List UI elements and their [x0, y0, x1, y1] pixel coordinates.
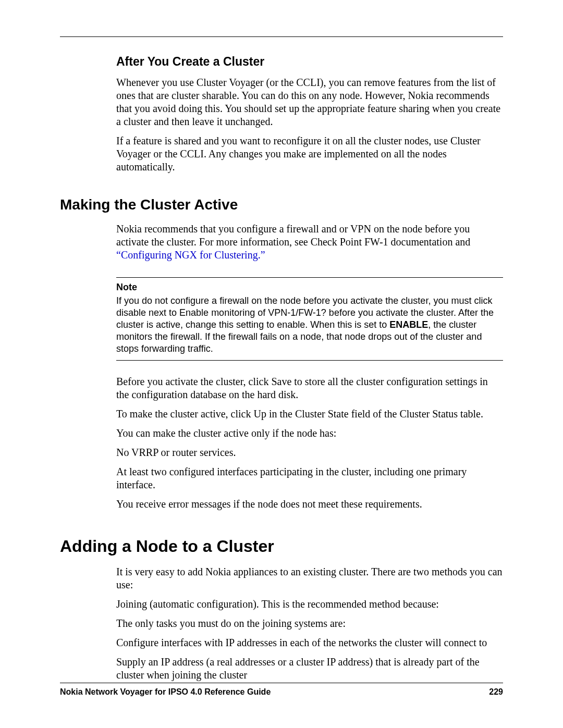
note-label: Note — [116, 282, 503, 293]
section-making-active: Making the Cluster Active Nokia recommen… — [60, 196, 503, 511]
para-after-1: Whenever you use Cluster Voyager (or the… — [116, 76, 503, 128]
bullet-add-1-1: The only tasks you must do on the joinin… — [116, 617, 503, 630]
para-active-5: You receive error messages if the node d… — [116, 498, 503, 511]
para-active-2: Before you activate the cluster, click S… — [116, 375, 503, 401]
note-strong-enable: ENABLE — [389, 319, 428, 330]
note-block: Note If you do not configure a firewall … — [116, 277, 503, 361]
section-adding-node-body: It is very easy to add Nokia appliances … — [116, 565, 503, 682]
footer: Nokia Network Voyager for IPSO 4.0 Refer… — [60, 683, 503, 697]
section-after-create: After You Create a Cluster Whenever you … — [116, 55, 503, 174]
bullet-add-1-1-1: Configure interfaces with IP addresses i… — [116, 636, 503, 649]
content-area: After You Create a Cluster Whenever you … — [60, 55, 503, 688]
heading-after-create: After You Create a Cluster — [116, 55, 503, 69]
para-active-1: Nokia recommends that you configure a fi… — [116, 223, 503, 262]
bullet-active-1: No VRRP or router services. — [116, 446, 503, 459]
footer-page-number: 229 — [489, 687, 503, 697]
footer-rule — [60, 683, 503, 683]
section-making-active-body: Nokia recommends that you configure a fi… — [116, 223, 503, 511]
top-rule — [60, 36, 503, 37]
note-text: If you do not configure a firewall on th… — [116, 295, 503, 355]
heading-adding-node: Adding a Node to a Cluster — [60, 537, 503, 556]
heading-making-active: Making the Cluster Active — [60, 196, 503, 213]
bullet-add-1: Joining (automatic configuration). This … — [116, 598, 503, 611]
para-after-2: If a feature is shared and you want to r… — [116, 134, 503, 174]
link-configuring-ngx[interactable]: “Configuring NGX for Clustering.” — [116, 249, 265, 261]
para-active-3: To make the cluster active, click Up in … — [116, 408, 503, 421]
section-adding-node: Adding a Node to a Cluster It is very ea… — [60, 537, 503, 682]
para-active-4: You can make the cluster active only if … — [116, 427, 503, 440]
page: After You Create a Cluster Whenever you … — [0, 0, 563, 728]
para-add-1: It is very easy to add Nokia appliances … — [116, 565, 503, 591]
footer-title: Nokia Network Voyager for IPSO 4.0 Refer… — [60, 687, 271, 697]
bullet-add-1-1-2: Supply an IP address (a real addresses o… — [116, 656, 503, 682]
footer-row: Nokia Network Voyager for IPSO 4.0 Refer… — [60, 687, 503, 697]
para-active-1-text: Nokia recommends that you configure a fi… — [116, 223, 470, 248]
bullet-active-2: At least two configured interfaces parti… — [116, 465, 503, 491]
